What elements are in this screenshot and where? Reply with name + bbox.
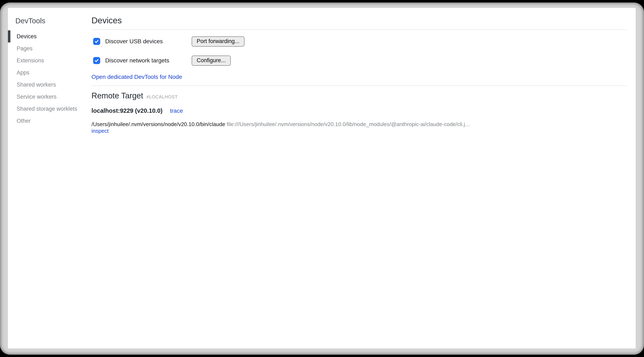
port-forwarding-button[interactable]: Port forwarding... [192, 37, 244, 47]
discover-usb-row: Discover USB devices Port forwarding... [92, 37, 627, 46]
discover-network-row: Discover network targets Configure... [92, 56, 627, 65]
inspect-link[interactable]: inspect [92, 128, 108, 134]
discover-usb-label: Discover USB devices [105, 38, 163, 45]
remote-target-header: Remote Target #LOCALHOST [92, 91, 627, 101]
process-path: /Users/jinhuilee/.nvm/versions/node/v20.… [92, 121, 225, 127]
sidebar-title: DevTools [16, 17, 92, 25]
target-row: localhost:9229 (v20.10.0) trace [92, 107, 627, 114]
target-name: localhost:9229 (v20.10.0) [92, 107, 162, 114]
sidebar-item-label: Other [17, 118, 31, 124]
checkmark-icon [94, 58, 99, 63]
discover-usb-checkbox[interactable] [93, 38, 100, 45]
sidebar-item-label: Shared workers [17, 82, 56, 88]
header-divider [92, 29, 627, 30]
sidebar-item-extensions[interactable]: Extensions [8, 55, 92, 67]
sidebar-item-label: Pages [17, 45, 33, 52]
discover-network-option: Discover network targets [92, 57, 192, 64]
resize-grip[interactable] [641, 350, 644, 355]
inspect-page: DevTools Devices Pages Extensions Apps S… [8, 8, 636, 348]
sidebar-item-devices[interactable]: Devices [8, 30, 92, 43]
checkmark-icon [94, 39, 99, 44]
sidebar-item-label: Devices [17, 33, 36, 40]
page-title: Devices [92, 16, 627, 26]
sidebar: DevTools Devices Pages Extensions Apps S… [8, 8, 92, 348]
discover-network-label: Discover network targets [105, 57, 169, 64]
sidebar-item-other[interactable]: Other [8, 115, 92, 127]
sidebar-item-shared-workers[interactable]: Shared workers [8, 79, 92, 91]
inspect-row: inspect [92, 128, 627, 134]
sidebar-item-service-workers[interactable]: Service workers [8, 91, 92, 103]
sidebar-item-label: Shared storage worklets [17, 106, 77, 112]
main-content: Devices Discover USB devices Port forwar… [92, 8, 636, 348]
file-url: file:///Users/jinhuilee/.nvm/versions/no… [226, 121, 470, 127]
sidebar-item-label: Apps [17, 70, 30, 76]
target-path-row: /Users/jinhuilee/.nvm/versions/node/v20.… [92, 121, 627, 127]
sidebar-item-apps[interactable]: Apps [8, 67, 92, 79]
section-divider [92, 86, 627, 86]
sidebar-item-shared-storage-worklets[interactable]: Shared storage worklets [8, 103, 92, 115]
configure-button[interactable]: Configure... [192, 56, 231, 66]
sidebar-item-label: Service workers [17, 94, 56, 100]
open-node-devtools-link[interactable]: Open dedicated DevTools for Node [92, 74, 182, 81]
sidebar-item-label: Extensions [17, 58, 44, 64]
trace-link[interactable]: trace [170, 107, 183, 114]
sidebar-item-pages[interactable]: Pages [8, 43, 92, 55]
discover-network-checkbox[interactable] [93, 57, 100, 64]
discover-usb-option: Discover USB devices [92, 38, 192, 45]
devtools-window: DevTools Devices Pages Extensions Apps S… [0, 3, 644, 355]
localhost-tag: #LOCALHOST [146, 94, 178, 100]
remote-target-title: Remote Target [92, 91, 143, 101]
